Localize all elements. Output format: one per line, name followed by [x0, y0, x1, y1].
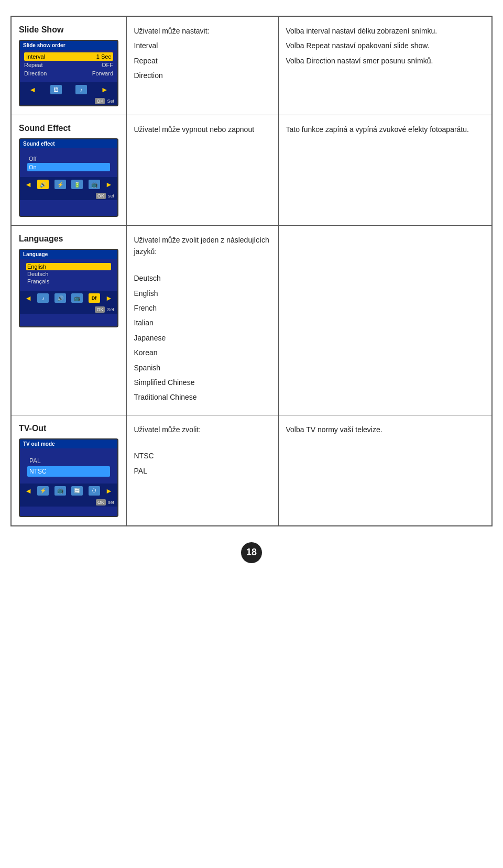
ok-badge: OK: [95, 98, 105, 104]
languages-set-bar: OK Set: [20, 305, 117, 314]
tv-out-list: PAL NTSC: [24, 454, 113, 479]
slide-show-right-line-1: Volba interval nastaví délku zobrazení s…: [286, 25, 485, 37]
speaker-icon: 🔊: [37, 180, 49, 189]
slide-show-right-text: Volba interval nastaví délku zobrazení s…: [286, 25, 485, 67]
language-list: English Deutsch Français: [24, 262, 113, 286]
right-arrow-icon: ►: [105, 180, 113, 189]
direction-value: Forward: [92, 70, 113, 76]
df-icon: Df: [89, 293, 100, 303]
page-number-wrap: 18: [10, 542, 493, 563]
sound-effect-right-text: Tato funkce zapíná a vypíná zvukové efek…: [286, 124, 485, 135]
lang-deutsch: Deutsch: [26, 270, 111, 278]
lang-item-english: English: [134, 288, 271, 299]
table-row: Languages Language English Deutsch Franç…: [11, 226, 492, 415]
direction-label: Direction: [24, 70, 47, 76]
ok-badge: OK: [95, 306, 105, 313]
slide-show-item-2: Repeat: [134, 55, 271, 67]
languages-intro: Uživatel může zvolit jeden z následující…: [134, 234, 271, 258]
tv-out-middle-cell: Uživatel může zvolit: NTSC PAL: [126, 415, 278, 526]
languages-middle-cell: Uživatel může zvolit jeden z následující…: [126, 226, 278, 415]
sound-effect-screen: Sound effect Off On ◄ 🔊 ⚡ 🔋 📺 ► OK: [19, 138, 118, 217]
languages-label-cell: Languages Language English Deutsch Franç…: [11, 226, 126, 415]
languages-bottom-bar: ◄ ♪ 🔊 📺 Df ►: [20, 291, 117, 305]
ok-badge: OK: [96, 499, 106, 506]
slide-show-interval-row: Interval 1 Sec: [24, 52, 113, 61]
sound-effect-middle-cell: Uživatel může vypnout nebo zapnout: [126, 115, 278, 226]
tv-out-screen: TV out mode PAL NTSC ◄ ⚡ 📺 🔄 ⏱ ► OK: [19, 438, 118, 517]
slide-show-label-cell: Slide Show Slide show order Interval 1 S…: [11, 16, 126, 115]
flash2-icon: ⚡: [37, 486, 49, 496]
tv-out-right-text: Volba TV normy vaší televize.: [286, 424, 485, 435]
set-label: set: [108, 193, 114, 199]
left-arrow-icon: ◄: [25, 180, 32, 189]
right-arrow-icon: ►: [101, 85, 108, 94]
tvout-ntsc: NTSC: [27, 466, 110, 477]
photo-icon: 🖼: [50, 85, 62, 94]
interval-label: Interval: [26, 53, 45, 60]
languages-screen-title: Language: [20, 250, 117, 259]
set-label: set: [108, 500, 114, 505]
tv3-icon: 📺: [54, 486, 66, 496]
tv-out-intro: Uživatel může zvolit:: [134, 424, 271, 435]
lang-item-traditional-chinese: Traditional Chinese: [134, 391, 271, 403]
tv-out-set-bar: OK set: [20, 498, 117, 507]
sound-effect-desc: Uživatel může vypnout nebo zapnout: [134, 124, 271, 135]
slide-show-bottom-bar: ◄ 🖼 ♪ ►: [20, 82, 117, 97]
sound-effect-label-cell: Sound Effect Sound effect Off On ◄ 🔊 ⚡ 🔋…: [11, 115, 126, 226]
sound-effect-right-line-1: Tato funkce zapíná a vypíná zvukové efek…: [286, 124, 485, 135]
sound-effect-title: Sound Effect: [19, 124, 119, 133]
set-label: Set: [107, 307, 114, 312]
table-row: TV-Out TV out mode PAL NTSC ◄ ⚡ 📺 🔄 ⏱ ►: [11, 415, 492, 526]
music-icon: ♪: [75, 85, 87, 94]
slide-show-set-bar: OK Set: [20, 97, 117, 105]
slide-show-direction-row: Direction Forward: [24, 69, 113, 78]
sound-effect-middle-text: Uživatel může vypnout nebo zapnout: [134, 124, 271, 135]
lang-item-japanese: Japanese: [134, 332, 271, 344]
music-icon: ♪: [37, 293, 49, 303]
languages-right-cell: [278, 226, 492, 415]
sound-on-option: On: [27, 163, 110, 171]
ok-badge: OK: [96, 193, 106, 199]
slide-show-repeat-row: Repeat OFF: [24, 61, 113, 69]
slide-show-title: Slide Show: [19, 25, 119, 35]
lang-francais: Français: [26, 278, 111, 285]
languages-body: English Deutsch Français: [20, 259, 117, 289]
sound-effect-options: Off On: [24, 153, 113, 172]
tv-out-middle-text: Uživatel může zvolit: NTSC PAL: [134, 424, 271, 477]
set-label: Set: [107, 98, 114, 104]
tv-out-title: TV-Out: [19, 424, 119, 433]
table-row: Sound Effect Sound effect Off On ◄ 🔊 ⚡ 🔋…: [11, 115, 492, 226]
slide-show-item-3: Direction: [134, 70, 271, 81]
tv-out-right-cell: Volba TV normy vaší televize.: [278, 415, 492, 526]
speaker2-icon: 🔊: [54, 293, 66, 303]
tvout-pal: PAL: [27, 456, 110, 466]
tv-out-label-cell: TV-Out TV out mode PAL NTSC ◄ ⚡ 📺 🔄 ⏱ ►: [11, 415, 126, 526]
lang-item-deutsch: Deutsch: [134, 272, 271, 284]
slide-show-item-1: Interval: [134, 40, 271, 51]
repeat-label: Repeat: [24, 62, 42, 68]
interval-value: 1 Sec: [96, 53, 111, 60]
timer-icon: ⏱: [89, 486, 100, 496]
left-arrow-icon: ◄: [25, 294, 32, 302]
lang-english: English: [26, 263, 111, 270]
slide-show-right-cell: Volba interval nastaví délku zobrazení s…: [278, 16, 492, 115]
slide-show-screen-body: Interval 1 Sec Repeat OFF Direction Forw…: [20, 50, 117, 80]
languages-middle-text: Uživatel může zvolit jeden z následující…: [134, 234, 271, 403]
tv-icon: 📺: [89, 180, 100, 189]
lang-item-french: French: [134, 302, 271, 314]
table-row: Slide Show Slide show order Interval 1 S…: [11, 16, 492, 115]
page-number: 18: [241, 542, 262, 563]
languages-screen: Language English Deutsch Français ◄ ♪ 🔊 …: [19, 249, 118, 327]
tv-out-bottom-bar: ◄ ⚡ 📺 🔄 ⏱ ►: [20, 484, 117, 498]
slide-show-middle-cell: Uživatel může nastavit: Interval Repeat …: [126, 16, 278, 115]
slide-show-right-line-2: Volba Repeat nastaví opakovaní slide sho…: [286, 40, 485, 51]
slide-show-middle-text: Uživatel může nastavit: Interval Repeat …: [134, 25, 271, 82]
right-arrow-icon: ►: [105, 487, 113, 495]
tv-out-screen-title: TV out mode: [20, 440, 117, 448]
sound-effect-body: Off On: [20, 148, 117, 175]
languages-title: Languages: [19, 234, 119, 244]
left-arrow-icon: ◄: [29, 85, 36, 94]
slide-show-screen: Slide show order Interval 1 Sec Repeat O…: [19, 40, 118, 106]
sound-effect-right-cell: Tato funkce zapíná a vypíná zvukové efek…: [278, 115, 492, 226]
rotate-icon: 🔄: [71, 486, 83, 496]
